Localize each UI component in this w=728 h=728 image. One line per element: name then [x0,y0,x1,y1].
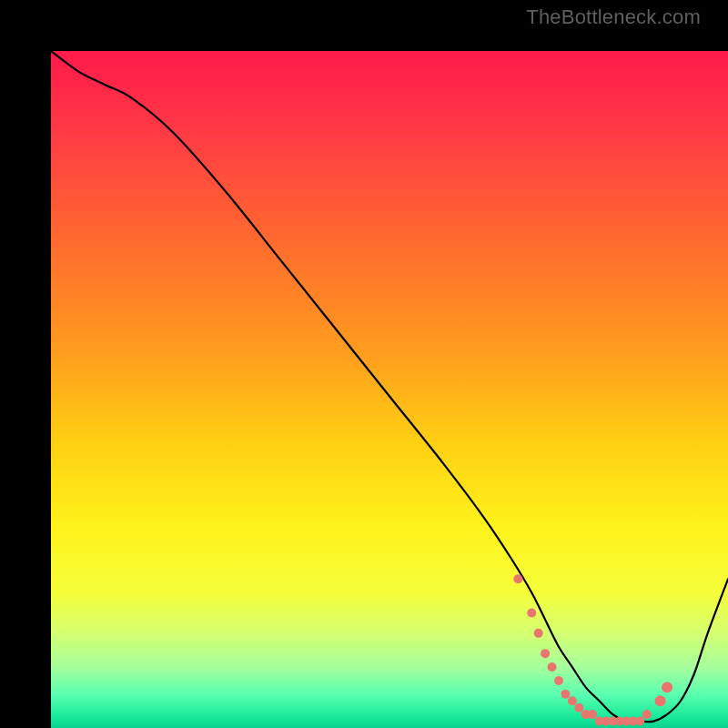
marker-point [534,629,543,638]
watermark-text: TheBottleneck.com [526,5,701,29]
plot-area [51,51,728,728]
marker-point [642,710,652,719]
chart-frame [25,25,703,703]
marker-point [662,682,672,693]
marker-point [574,703,583,713]
marker-point [568,696,577,705]
gradient-background [51,51,728,728]
marker-point [655,695,666,706]
marker-point [527,609,536,618]
marker-point [635,717,644,726]
marker-point [561,690,570,699]
chart-svg [51,51,728,728]
marker-point [588,710,597,719]
marker-point [513,574,522,583]
marker-point [548,662,557,672]
marker-point [541,649,550,658]
marker-point [554,676,563,685]
